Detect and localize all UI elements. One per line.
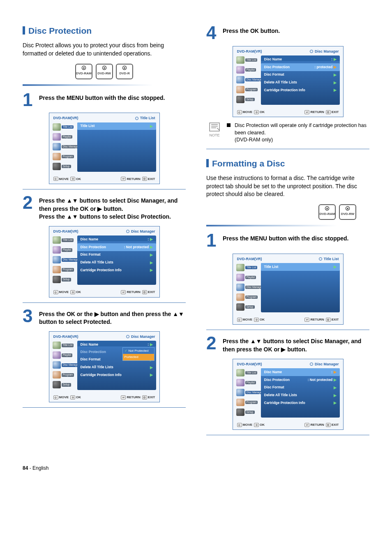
divider [23,407,186,408]
step-4: 4 Press the OK button. [206,25,369,41]
right-arrow-icon: ▶ [281,346,286,353]
step-number: 3 [23,308,35,326]
divider [23,302,186,303]
step-1: 1 Press the MENU button with the disc st… [23,92,186,108]
badge-dvd-r: ⦿DVD-R [116,64,133,79]
badge-dvd-ram: ⦿DVD-RAM [75,64,92,79]
step-1-formatting: 1 Press the MENU button with the disc st… [206,232,369,249]
page-footer: 84 - English [23,465,369,472]
step-2: 2 Press the ▲▼ buttons to select Disc Ma… [23,194,186,221]
badge-dvd-ram: ⦿DVD-RAM [318,204,336,220]
step-text: Press the MENU button with the disc stop… [39,92,165,108]
step-3: 3 Press the OK or the ▶ button and then … [23,308,186,326]
dropdown: ✓Not Protected Portected [122,347,154,360]
osd-screen-titlelist: DVD-RAM(VR)Title List Title List Playlis… [49,113,160,184]
intro-text: Disc Protect allows you to protect your … [23,42,186,58]
osd-main: Title List▶ [77,122,156,172]
divider [206,149,369,149]
media-badges: ⦿DVD-RAM ⦿DVD-RW [206,204,369,220]
right-arrow-icon: ▶ [97,205,102,212]
osd-screen-dm-unprot: DVD-RAM(VR)Disc Manager Title List Playl… [49,226,160,298]
step-2-formatting: 2 Press the ▲▼ buttons to select Disc Ma… [206,335,369,353]
right-arrow-icon: ▶ [95,311,99,317]
osd-screen-dm-protected: DVD-RAM(VR)Disc Manager Title List Playl… [233,46,344,118]
note-icon: NOTE [206,122,223,138]
step-number: 4 [206,25,219,41]
media-badges: ⦿DVD-RAM ⦿DVD-RW ⦿DVD-R [23,64,186,79]
step-text: Press the ▲▼ buttons to select Disc Mana… [223,335,369,353]
osd-screen-dm-name: DVD-RAM(VR)Disc Manager Title List Playl… [233,359,344,430]
section-title: Disc Protection [23,25,186,37]
separator [23,84,186,86]
divider [206,330,369,330]
osd-nav: Title List Playlist Disc Manager Program… [53,122,76,172]
step-number: 2 [23,194,35,221]
note-text: Disc Protection will operate only if car… [235,122,369,144]
step-text: Press the MENU button with the disc stop… [223,232,348,249]
intro-text: Use these instructions to format a disc.… [206,174,369,199]
osd-screen-dm-dropdown: DVD-RAM(VR)Disc Manager Title List Playl… [49,331,160,403]
note: NOTE Disc Protection will operate only i… [206,122,369,144]
step-text: Press the OK button. [223,25,280,41]
section-title: Formatting a Disc [206,157,369,169]
badge-dvd-rw: ⦿DVD-RW [339,204,356,220]
osd-mode: DVD-RAM(VR) [53,115,78,121]
osd-crumb: Title List [135,115,155,121]
badge-dvd-rw: ⦿DVD-RW [96,64,113,79]
separator [206,225,369,226]
divider [23,189,186,189]
osd-screen-titlelist-2: DVD-RAM(VR)Title List Title List Playlis… [233,254,344,325]
step-text: Press the OK or the ▶ button and then pr… [39,308,186,326]
step-number: 1 [206,232,219,249]
step-text: Press the ▲▼ buttons to select Disc Mana… [39,194,186,221]
osd-footer: ◇MOVE ⊙OK ↩RETURN ⊡EXIT [49,175,159,184]
step-number: 1 [23,92,35,108]
divider [206,435,369,435]
step-number: 2 [206,335,219,353]
bullet-icon [227,123,231,127]
page-number: 84 [23,465,28,471]
